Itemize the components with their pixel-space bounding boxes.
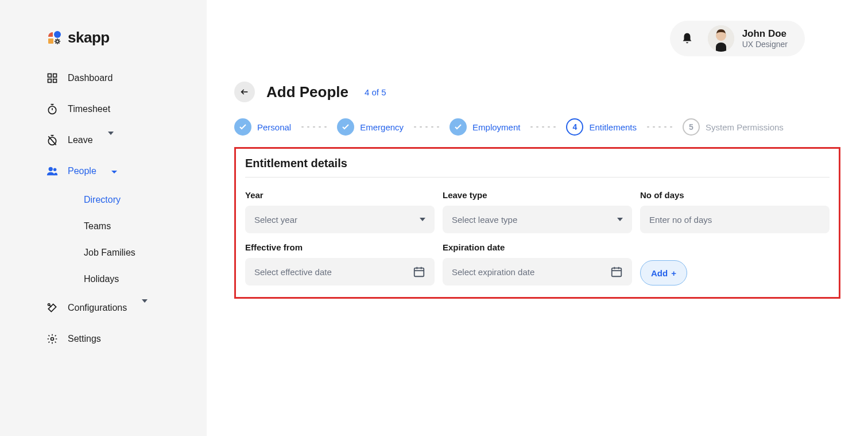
select-placeholder: Select leave type — [452, 215, 517, 225]
step-label: Entitlements — [589, 122, 637, 132]
people-icon — [46, 165, 59, 178]
sidebar-item-leave[interactable]: Leave — [46, 126, 207, 155]
step-system-permissions[interactable]: 5 System Permissions — [683, 118, 784, 136]
svg-rect-31 — [414, 268, 424, 277]
step-label: Personal — [257, 122, 291, 132]
sidebar-item-label: People — [68, 166, 96, 176]
field-leave-type: Leave type Select leave type — [443, 190, 632, 233]
bell-icon[interactable] — [675, 26, 700, 51]
chevron-down-icon — [617, 218, 623, 221]
field-label: No of days — [640, 190, 830, 200]
field-label: Leave type — [443, 190, 632, 200]
user-profile-pill[interactable]: John Doe UX Designer — [670, 21, 805, 56]
sidebar-item-label: Settings — [68, 334, 101, 344]
effective-from-datepicker[interactable]: Select effective date — [245, 258, 435, 285]
calendar-icon — [413, 265, 425, 278]
check-icon — [450, 118, 467, 136]
leave-type-select[interactable]: Select leave type — [443, 206, 632, 233]
svg-rect-12 — [53, 74, 57, 78]
sidebar-item-label: Dashboard — [68, 73, 113, 83]
sidebar-item-timesheet[interactable]: Timesheet — [46, 95, 207, 124]
stepper: Personal Emergency Employment 4 Entitlem… — [234, 118, 840, 136]
field-label: Year — [245, 190, 435, 200]
step-connector — [408, 126, 445, 128]
logo-icon — [46, 30, 62, 46]
field-expiration-date: Expiration date Select expiration date — [443, 242, 632, 285]
user-name: John Doe — [742, 28, 788, 40]
sidebar-item-configurations[interactable]: Configurations — [46, 294, 207, 322]
date-placeholder: Select effective date — [254, 267, 332, 277]
step-label: System Permissions — [706, 122, 784, 132]
back-button[interactable] — [234, 82, 255, 102]
chevron-down-icon — [142, 303, 148, 313]
logo[interactable]: skapp — [0, 29, 207, 64]
svg-rect-35 — [612, 268, 622, 277]
svg-rect-13 — [48, 79, 52, 83]
year-select[interactable]: Select year — [245, 206, 435, 233]
step-entitlements[interactable]: 4 Entitlements — [566, 118, 637, 136]
svg-point-23 — [49, 167, 53, 171]
add-button[interactable]: Add + — [640, 260, 687, 285]
sidebar-subitem-label: Job Families — [84, 248, 135, 257]
sidebar-subitem-label: Directory — [84, 195, 121, 205]
sidebar-subitem-directory[interactable]: Directory — [46, 188, 207, 212]
add-button-label: Add — [651, 268, 668, 278]
svg-point-0 — [54, 31, 61, 38]
svg-line-8 — [59, 43, 60, 43]
svg-rect-1 — [48, 38, 53, 44]
page-header: Add People 4 of 5 — [234, 82, 840, 102]
sidebar-subitem-label: Teams — [84, 221, 111, 231]
sidebar-item-settings[interactable]: Settings — [46, 325, 207, 353]
no-of-days-input[interactable] — [649, 215, 820, 225]
sidebar-item-people[interactable]: People — [46, 157, 207, 186]
entitlement-details-panel: Entitlement details Year Select year Lea… — [234, 147, 840, 299]
svg-line-9 — [56, 43, 56, 43]
svg-point-26 — [48, 304, 50, 306]
sidebar-subitem-label: Holidays — [84, 274, 119, 284]
sidebar-subitem-holidays[interactable]: Holidays — [46, 267, 207, 291]
step-connector — [641, 126, 678, 128]
sidebar-subitem-job-families[interactable]: Job Families — [46, 241, 207, 265]
sidebar: skapp Dashboard Timesheet — [0, 0, 207, 436]
page-title: Add People — [266, 83, 348, 101]
chevron-down-icon — [420, 218, 425, 221]
svg-point-27 — [51, 338, 54, 341]
step-number: 4 — [566, 118, 583, 136]
step-emergency[interactable]: Emergency — [337, 118, 404, 136]
calendar-icon — [610, 265, 623, 278]
panel-title: Entitlement details — [245, 157, 830, 178]
field-label: Effective from — [245, 242, 435, 252]
user-role: UX Designer — [742, 40, 788, 49]
svg-point-24 — [53, 168, 57, 172]
check-icon — [337, 118, 354, 136]
svg-line-10 — [59, 39, 60, 40]
field-year: Year Select year — [245, 190, 435, 233]
step-personal[interactable]: Personal — [234, 118, 291, 136]
step-number: 5 — [683, 118, 700, 136]
sidebar-item-label: Configurations — [68, 303, 127, 313]
avatar — [708, 25, 734, 52]
step-indicator: 4 of 5 — [365, 87, 386, 97]
field-label: Expiration date — [443, 242, 632, 252]
sidebar-item-label: Leave — [68, 135, 93, 145]
sidebar-subitem-teams[interactable]: Teams — [46, 214, 207, 238]
arrow-left-icon — [240, 87, 249, 97]
field-effective-from: Effective from Select effective date — [245, 242, 435, 285]
chevron-down-icon — [111, 166, 117, 176]
stopwatch-icon — [46, 103, 59, 115]
main-content: John Doe UX Designer Add People 4 of 5 P… — [207, 0, 868, 436]
step-employment[interactable]: Employment — [450, 118, 520, 136]
gear-icon — [46, 333, 59, 345]
svg-rect-14 — [53, 79, 57, 83]
timer-off-icon — [46, 134, 59, 146]
check-icon — [234, 118, 251, 136]
add-button-cell: Add + — [640, 260, 830, 285]
svg-rect-11 — [48, 74, 52, 78]
user-info: John Doe UX Designer — [742, 28, 788, 49]
dashboard-icon — [46, 72, 59, 84]
no-of-days-input-wrapper — [640, 206, 830, 233]
expiration-date-datepicker[interactable]: Select expiration date — [443, 258, 632, 285]
plus-icon: + — [671, 268, 676, 278]
select-placeholder: Select year — [254, 215, 297, 225]
sidebar-item-dashboard[interactable]: Dashboard — [46, 64, 207, 92]
